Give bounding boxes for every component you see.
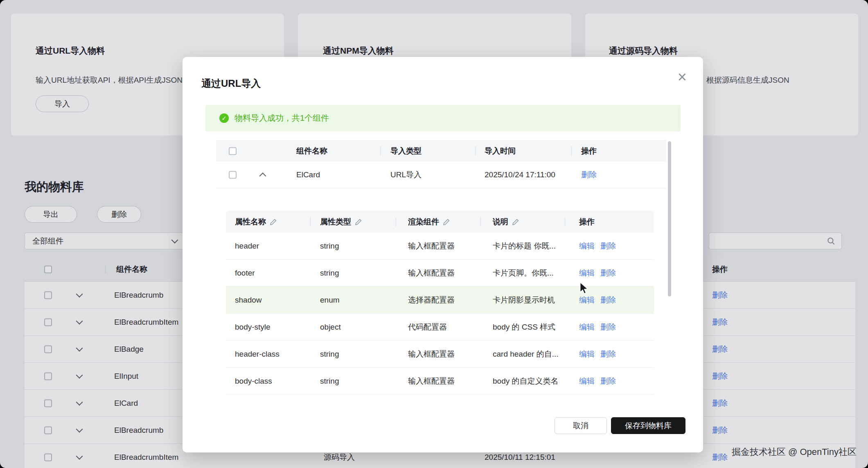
import-time: 2025/10/24 17:11:00 bbox=[485, 170, 555, 179]
select-all-checkbox[interactable] bbox=[229, 147, 237, 155]
header-divider bbox=[310, 217, 311, 226]
delete-link[interactable]: 删除 bbox=[600, 268, 616, 278]
prop-desc: body 的 CSS 样式 bbox=[493, 322, 555, 332]
prop-desc: card header 的自... bbox=[493, 349, 559, 359]
modal-scrollbar-thumb[interactable] bbox=[668, 141, 671, 296]
column-header-render-component: 渲染组件 bbox=[408, 217, 439, 227]
prop-render-component: 代码配置器 bbox=[408, 322, 447, 332]
screen: 通过URL导入物料 输入URL地址获取API，根据API生成JSON 导入 通过… bbox=[0, 0, 868, 468]
success-banner: ✓ 物料导入成功，共1个组件 bbox=[205, 105, 681, 131]
prop-name: shadow bbox=[235, 296, 262, 305]
watermark: 掘金技术社区 @ OpenTiny社区 bbox=[732, 446, 857, 458]
header-divider bbox=[475, 147, 476, 156]
edit-icon[interactable] bbox=[355, 218, 362, 226]
collapse-chevron-icon[interactable] bbox=[259, 172, 266, 179]
prop-desc: 卡片阴影显示时机 bbox=[493, 295, 555, 305]
row-checkbox[interactable] bbox=[229, 171, 237, 179]
property-row: body-class string 输入框配置器 body 的自定义类名 编辑删… bbox=[226, 368, 654, 395]
property-row: footer string 输入框配置器 卡片页脚。你既... 编辑删除 bbox=[226, 260, 654, 287]
delete-link[interactable]: 删除 bbox=[600, 241, 616, 251]
column-header-desc: 说明 bbox=[493, 217, 508, 227]
header-divider bbox=[480, 217, 481, 226]
properties-table: 属性名称 属性类型 渲染组件 说明 操 bbox=[226, 211, 654, 395]
prop-type: object bbox=[320, 323, 341, 332]
row-delete-link[interactable]: 删除 bbox=[581, 170, 597, 180]
header-divider bbox=[396, 217, 396, 226]
header-divider bbox=[380, 147, 381, 156]
components-table-header: 组件名称 导入类型 导入时间 操作 bbox=[216, 140, 666, 162]
imported-components-table: 组件名称 导入类型 导入时间 操作 ElCard URL导入 2025/10/2… bbox=[216, 140, 666, 188]
edit-link[interactable]: 编辑 bbox=[579, 295, 595, 305]
prop-type: string bbox=[320, 350, 339, 359]
prop-name: body-style bbox=[235, 323, 271, 332]
save-to-library-button[interactable]: 保存到物料库 bbox=[611, 417, 685, 434]
property-row-hovered: shadow enum 选择器配置器 卡片阴影显示时机 编辑删除 bbox=[226, 287, 654, 314]
component-name: ElCard bbox=[296, 170, 320, 179]
column-header-action: 操作 bbox=[579, 217, 595, 227]
prop-type: string bbox=[320, 377, 339, 386]
prop-type: string bbox=[320, 242, 339, 251]
cancel-button[interactable]: 取消 bbox=[555, 417, 607, 434]
import-type: URL导入 bbox=[390, 170, 422, 180]
column-header-prop-type: 属性类型 bbox=[320, 217, 351, 227]
column-header-type: 导入类型 bbox=[390, 146, 422, 156]
delete-link[interactable]: 删除 bbox=[600, 376, 616, 387]
edit-icon[interactable] bbox=[443, 218, 450, 226]
column-header-name: 组件名称 bbox=[296, 146, 327, 156]
header-divider bbox=[565, 217, 565, 226]
close-icon[interactable]: × bbox=[678, 69, 687, 85]
prop-desc: body 的自定义类名 bbox=[493, 376, 558, 387]
property-row: header string 输入框配置器 卡片的标题 你既... 编辑删除 bbox=[226, 233, 654, 260]
edit-link[interactable]: 编辑 bbox=[579, 349, 595, 359]
modal-title: 通过URL导入 bbox=[201, 77, 261, 90]
header-divider bbox=[571, 147, 572, 156]
column-header-action: 操作 bbox=[581, 146, 597, 156]
success-message: 物料导入成功，共1个组件 bbox=[234, 113, 329, 124]
prop-render-component: 输入框配置器 bbox=[408, 268, 455, 278]
edit-icon[interactable] bbox=[270, 218, 277, 226]
prop-type: enum bbox=[320, 296, 340, 305]
edit-link[interactable]: 编辑 bbox=[579, 268, 595, 278]
edit-link[interactable]: 编辑 bbox=[579, 376, 595, 387]
property-row: body-style object 代码配置器 body 的 CSS 样式 编辑… bbox=[226, 314, 654, 341]
properties-table-header: 属性名称 属性类型 渲染组件 说明 操 bbox=[226, 211, 654, 233]
mouse-cursor-icon bbox=[579, 282, 589, 295]
prop-name: body-class bbox=[235, 377, 272, 386]
prop-desc: 卡片页脚。你既... bbox=[493, 268, 554, 278]
column-header-time: 导入时间 bbox=[485, 146, 516, 156]
edit-icon[interactable] bbox=[512, 218, 519, 226]
delete-link[interactable]: 删除 bbox=[600, 322, 616, 332]
prop-render-component: 输入框配置器 bbox=[408, 376, 455, 387]
prop-render-component: 输入框配置器 bbox=[408, 241, 455, 251]
import-url-modal: 通过URL导入 × ✓ 物料导入成功，共1个组件 组件名称 导入类型 导入时间 … bbox=[183, 57, 703, 452]
prop-render-component: 选择器配置器 bbox=[408, 295, 455, 305]
prop-render-component: 输入框配置器 bbox=[408, 349, 455, 359]
prop-desc: 卡片的标题 你既... bbox=[493, 241, 556, 251]
prop-type: string bbox=[320, 269, 339, 278]
component-row: ElCard URL导入 2025/10/24 17:11:00 删除 bbox=[216, 162, 666, 188]
delete-link[interactable]: 删除 bbox=[600, 295, 616, 305]
property-row: header-class string 输入框配置器 card header 的… bbox=[226, 341, 654, 368]
success-check-icon: ✓ bbox=[219, 113, 229, 123]
prop-name: header-class bbox=[235, 350, 280, 359]
prop-name: footer bbox=[235, 269, 255, 278]
column-header-prop-name: 属性名称 bbox=[235, 217, 266, 227]
edit-link[interactable]: 编辑 bbox=[579, 322, 595, 332]
edit-link[interactable]: 编辑 bbox=[579, 241, 595, 251]
delete-link[interactable]: 删除 bbox=[600, 349, 616, 359]
prop-name: header bbox=[235, 242, 259, 251]
